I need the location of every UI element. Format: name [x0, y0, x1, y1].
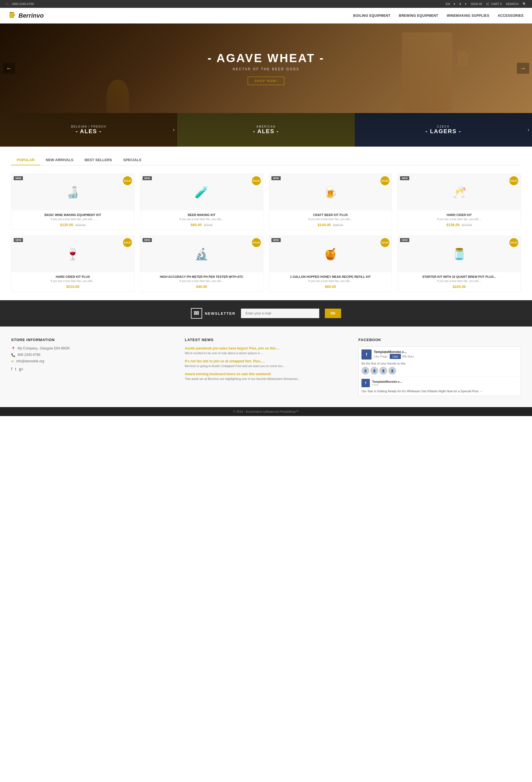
- cat-american-title: - ALES -: [253, 128, 279, 135]
- currency-selector[interactable]: $: [459, 2, 461, 6]
- hero-next-arrow[interactable]: →: [517, 63, 529, 74]
- newsletter-text: NEWSLETTER: [205, 311, 236, 316]
- search-label[interactable]: SEARCH: [506, 2, 519, 6]
- product-desc-3: If you are a true beer fan, you will....: [401, 218, 518, 221]
- nav-winemaking[interactable]: WINEMAKING SUPPLIES: [447, 14, 489, 17]
- hero-shop-now-button[interactable]: SHOP NOW!: [248, 77, 284, 85]
- product-name-7[interactable]: STARTER KIT WITH 32 QUART BREW POT PLUS.…: [401, 275, 518, 278]
- newsletter-icon: ✉: [191, 308, 202, 319]
- product-current-price-4: $210.00: [66, 285, 79, 289]
- product-price-5: $40.00: [143, 284, 260, 289]
- social-facebook[interactable]: f: [11, 367, 12, 371]
- product-sale-6: SALE!: [380, 238, 389, 247]
- news-title-2[interactable]: Award winning boulevard beers on sale th…: [185, 372, 347, 376]
- product-price-6: $60.00: [272, 284, 389, 289]
- product-image-0[interactable]: 🍶: [11, 174, 134, 210]
- product-image-1[interactable]: 🧪: [140, 174, 263, 210]
- product-name-3[interactable]: HARD CIDER KIT: [401, 213, 518, 217]
- products-grid: NEW SALE! 🍶 BASIC WINE MAKING EQUIPMENT …: [0, 174, 532, 300]
- phone-icon: 📞: [6, 2, 9, 6]
- category-czech-lagers[interactable]: CZECH - LAGERS - ›: [355, 113, 532, 147]
- fb-post-name[interactable]: TemplateMonster.c...: [372, 380, 402, 383]
- product-image-7[interactable]: 🫙: [398, 236, 521, 272]
- language-selector[interactable]: EN: [446, 2, 450, 6]
- product-old-price-2: $180.00: [333, 223, 343, 227]
- svg-rect-6: [12, 15, 12, 17]
- fb-like-button[interactable]: Like: [390, 354, 401, 359]
- news-desc-1: Berrinvo is going to Austin Untapped Fes…: [185, 364, 347, 368]
- product-old-price-1: $70.00: [204, 223, 213, 227]
- product-badge-2: NEW: [271, 176, 281, 180]
- product-current-price-1: $60.00: [191, 223, 202, 227]
- news-title-0[interactable]: Austin passbook pre-sales have begun! Pl…: [185, 346, 347, 350]
- news-desc-0: We're excited to be one of only about a …: [185, 351, 347, 355]
- news-title-1[interactable]: It's not too late to join us at untapped…: [185, 359, 347, 363]
- top-bar-right: EN ▾ $ ▾ SIGN IN 🛒 CART 0 SEARCH 🔍: [446, 2, 526, 6]
- social-twitter[interactable]: t: [15, 367, 16, 371]
- tab-new-arrivals[interactable]: NEW ARRIVALS: [40, 155, 79, 165]
- logo[interactable]: Berrinvo: [8, 11, 44, 21]
- cart-link[interactable]: 🛒 CART 0: [486, 2, 502, 6]
- hero-prev-arrow[interactable]: ←: [3, 63, 15, 74]
- product-name-2[interactable]: CRAFT BEER KIT PLUS: [272, 213, 389, 217]
- product-name-1[interactable]: BEER MAKING KIT: [143, 213, 260, 217]
- phone-number: +800-2345-6789: [11, 2, 34, 6]
- product-price-3: $136.00 $170.00: [401, 222, 518, 227]
- newsletter-submit-button[interactable]: OK: [325, 309, 341, 318]
- nav-boiling[interactable]: BOILING EQUIPMENT: [353, 14, 390, 17]
- product-info-6: 1 GALLON HOPPED HONEY MEAD RECIPE REFILL…: [269, 272, 392, 291]
- product-price-0: $120.00 $150.00: [14, 222, 131, 227]
- fb-like-count: 95k likes: [402, 355, 414, 358]
- header: Berrinvo BOILING EQUIPMENT BREWING EQUIP…: [0, 8, 532, 24]
- product-name-5[interactable]: HIGH ACCURACY PH METER PH PEN TESTER WIT…: [143, 275, 260, 278]
- product-price-4: $210.00: [14, 284, 131, 289]
- cart-label: CART 0: [491, 2, 502, 6]
- currency-chevron[interactable]: ▾: [465, 2, 466, 6]
- footer-store-title: STORE INFORMATION: [11, 338, 174, 342]
- social-googleplus[interactable]: g+: [19, 367, 24, 371]
- facebook-widget: f TemplateMonster.c... Like Page Like 95…: [358, 346, 521, 396]
- signin-link[interactable]: SIGN IN: [470, 2, 482, 6]
- top-bar-left: 📞 +800-2345-6789: [6, 2, 34, 6]
- tab-best-sellers[interactable]: BEST SELLERS: [79, 155, 118, 165]
- product-name-0[interactable]: BASIC WINE MAKING EQUIPMENT KIT: [14, 213, 131, 217]
- newsletter-email-input[interactable]: [241, 309, 319, 318]
- tab-specials[interactable]: SPECIALS: [118, 155, 147, 165]
- cat-czech-sub: CZECH: [425, 125, 461, 128]
- product-image-5[interactable]: 🔬: [140, 236, 263, 272]
- footer-facebook-title: FACEBOOK: [358, 338, 521, 342]
- lang-chevron[interactable]: ▾: [454, 2, 455, 6]
- category-belgian-ales[interactable]: BELGIAN / FRENCH - ALES - ›: [0, 113, 177, 147]
- product-image-3[interactable]: 🥂: [398, 174, 521, 210]
- product-desc-5: If you are a true beer fan, you will....: [143, 280, 260, 283]
- product-name-4[interactable]: HARD CIDER KIT PLUS: [14, 275, 131, 278]
- fb-avatar-3: 👤: [379, 367, 387, 375]
- footer-store-info: STORE INFORMATION 📍 My Company., Glasgow…: [11, 338, 174, 396]
- footer-news-title: LATEST NEWS: [185, 338, 347, 342]
- product-image-2[interactable]: 🍺: [269, 174, 392, 210]
- fb-avatar-1: 👤: [362, 367, 369, 375]
- svg-rect-4: [10, 15, 11, 17]
- product-info-3: HARD CIDER KIT If you are a true beer fa…: [398, 210, 521, 230]
- category-american-ales[interactable]: AMERICAN - ALES -: [177, 113, 354, 147]
- footer-phone-text: 800-2345-6789: [17, 353, 40, 357]
- search-icon[interactable]: 🔍: [523, 2, 526, 6]
- fb-page-name[interactable]: TemplateMonster.c...: [374, 350, 414, 354]
- product-badge-6: NEW: [271, 238, 281, 242]
- svg-rect-1: [10, 13, 13, 14]
- nav-accessories[interactable]: ACCESSORIES: [498, 14, 524, 17]
- footer-facebook: FACEBOOK f TemplateMonster.c... Like Pag…: [358, 338, 521, 396]
- product-image-4[interactable]: 🍷: [11, 236, 134, 272]
- product-name-6[interactable]: 1 GALLON HOPPED HONEY MEAD RECIPE REFILL…: [272, 275, 389, 278]
- product-info-2: CRAFT BEER KIT PLUS If you are a true be…: [269, 210, 392, 230]
- footer-social: f t g+: [11, 367, 174, 371]
- fb-page-info: TemplateMonster.c... Like Page Like 95k …: [374, 350, 414, 359]
- copyright-text: © 2016 - Ecommerce software by PrestaSho…: [233, 410, 299, 413]
- product-image-6[interactable]: 🍯: [269, 236, 392, 272]
- product-sale-1: SALE!: [252, 176, 261, 185]
- nav-brewing[interactable]: BREWING EQUIPMENT: [399, 14, 439, 17]
- cat-belgian-arrow: ›: [173, 127, 175, 132]
- tab-popular[interactable]: POPULAR: [11, 155, 40, 165]
- logo-text: Berrinvo: [18, 12, 44, 19]
- product-current-price-6: $60.00: [325, 285, 336, 289]
